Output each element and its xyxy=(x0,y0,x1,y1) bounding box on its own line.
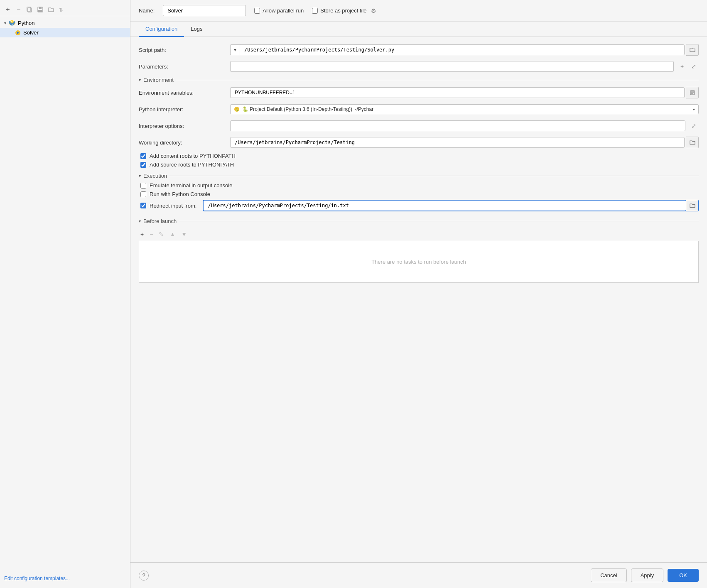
redirect-input-row: Redirect input from: xyxy=(139,200,699,211)
redirect-input-label: Redirect input from: xyxy=(150,203,196,209)
before-launch-down-btn[interactable]: ▼ xyxy=(179,230,189,238)
before-launch-section: ▾ Before launch + − ✎ ▲ ▼ There are no t… xyxy=(139,218,699,283)
interpreter-chevron-icon: ▾ xyxy=(693,107,695,112)
before-launch-remove-btn[interactable]: − xyxy=(148,230,155,238)
sort-icon[interactable]: ⇅ xyxy=(58,6,66,13)
environment-section-header: ▾ Environment xyxy=(139,77,699,83)
top-bar: Name: Allow parallel run Store as projec… xyxy=(130,0,707,22)
script-path-input[interactable] xyxy=(240,44,685,55)
python-logo-icon xyxy=(9,20,15,26)
parameters-row: Parameters: + ⤢ xyxy=(139,60,699,73)
store-project-group: Store as project file ⚙ xyxy=(312,7,376,14)
environment-section-title: Environment xyxy=(143,77,174,83)
name-input[interactable] xyxy=(163,5,246,16)
add-content-roots-row: Add content roots to PYTHONPATH xyxy=(139,153,699,159)
env-variables-edit-icon[interactable] xyxy=(686,87,699,98)
interpreter-options-label: Interpreter options: xyxy=(139,123,230,129)
parameters-field: + ⤢ xyxy=(230,61,699,72)
store-project-label: Store as project file xyxy=(320,7,366,14)
parameters-input[interactable] xyxy=(230,61,674,72)
parameters-actions: + ⤢ xyxy=(677,61,699,71)
emulate-terminal-checkbox[interactable] xyxy=(140,183,146,189)
before-launch-edit-btn[interactable]: ✎ xyxy=(157,230,165,238)
interpreter-dropdown[interactable]: 🐍 🐍 Project Default (Python 3.6 (In-Dept… xyxy=(230,104,699,114)
script-path-dropdown-wrapper: ▾ xyxy=(230,44,685,55)
before-launch-title: Before launch xyxy=(143,218,177,224)
run-python-console-label: Run with Python Console xyxy=(150,191,210,197)
sidebar-item-solver[interactable]: Solver xyxy=(0,28,130,37)
sidebar-python-label: Python xyxy=(18,20,34,26)
store-project-checkbox[interactable] xyxy=(312,8,318,14)
before-launch-add-btn[interactable]: + xyxy=(139,230,145,238)
env-variables-input[interactable] xyxy=(230,87,685,98)
python-interpreter-label: Python interpreter: xyxy=(139,106,230,113)
apply-button[interactable]: Apply xyxy=(631,568,664,582)
cancel-button[interactable]: Cancel xyxy=(591,568,626,582)
interpreter-python-icon: 🐍 xyxy=(234,106,240,112)
redirect-input-field-wrapper xyxy=(203,200,699,211)
allow-parallel-group: Allow parallel run xyxy=(254,7,304,14)
bottom-bar: ? Cancel Apply OK xyxy=(130,562,707,588)
no-tasks-text: There are no tasks to run before launch xyxy=(371,259,466,265)
help-button[interactable]: ? xyxy=(139,571,149,581)
add-content-roots-checkbox[interactable] xyxy=(140,153,146,159)
tab-logs[interactable]: Logs xyxy=(184,22,209,37)
copy-icon[interactable] xyxy=(26,6,33,13)
execution-section-title: Execution xyxy=(143,173,167,179)
config-content: Script path: ▾ Parameters: xyxy=(130,37,707,562)
emulate-terminal-row: Emulate terminal in output console xyxy=(139,182,699,189)
svg-text:🐍: 🐍 xyxy=(236,108,239,112)
python-interpreter-row: Python interpreter: 🐍 🐍 Project Default … xyxy=(139,103,699,115)
working-directory-row: Working directory: xyxy=(139,136,699,149)
parameters-add-btn[interactable]: + xyxy=(677,61,687,71)
sidebar-toolbar: + − ⇅ xyxy=(0,3,130,16)
before-launch-up-btn[interactable]: ▲ xyxy=(168,230,177,238)
svg-text:⇅: ⇅ xyxy=(59,7,63,13)
before-launch-header: ▾ Before launch xyxy=(139,218,699,224)
svg-rect-3 xyxy=(39,7,42,9)
script-path-folder-icon[interactable] xyxy=(686,44,699,56)
run-python-console-row: Run with Python Console xyxy=(139,191,699,197)
gear-icon[interactable]: ⚙ xyxy=(371,7,376,14)
execution-collapse-icon[interactable]: ▾ xyxy=(139,174,141,178)
working-directory-field xyxy=(230,137,699,148)
redirect-input-field[interactable] xyxy=(203,200,686,211)
add-source-roots-row: Add source roots to PYTHONPATH xyxy=(139,162,699,168)
interpreter-options-row: Interpreter options: ⤢ xyxy=(139,120,699,132)
sidebar-item-python[interactable]: ▾ Python xyxy=(0,18,130,28)
redirect-input-folder-icon[interactable] xyxy=(686,200,699,211)
script-path-label: Script path: xyxy=(139,47,230,53)
edit-configuration-templates-link[interactable]: Edit configuration templates... xyxy=(0,572,130,585)
script-path-dropdown-btn[interactable]: ▾ xyxy=(230,44,240,55)
add-icon[interactable]: + xyxy=(4,6,12,13)
before-launch-toolbar: + − ✎ ▲ ▼ xyxy=(139,228,699,241)
interpreter-options-field: ⤢ xyxy=(230,120,699,131)
sidebar-solver-label: Solver xyxy=(23,29,39,36)
allow-parallel-checkbox[interactable] xyxy=(254,8,260,14)
working-directory-folder-icon[interactable] xyxy=(686,137,699,148)
parameters-expand-btn[interactable]: ⤢ xyxy=(689,61,699,71)
tab-configuration[interactable]: Configuration xyxy=(139,22,184,37)
interpreter-options-expand-btn[interactable]: ⤢ xyxy=(689,121,699,131)
save-icon[interactable] xyxy=(37,6,44,13)
before-launch-collapse-icon[interactable]: ▾ xyxy=(139,219,141,223)
name-label: Name: xyxy=(139,7,155,14)
interpreter-options-actions: ⤢ xyxy=(689,121,699,131)
add-source-roots-label: Add source roots to PYTHONPATH xyxy=(150,162,234,168)
script-path-field: ▾ xyxy=(230,44,699,56)
run-python-console-checkbox[interactable] xyxy=(140,191,146,197)
folder-icon[interactable] xyxy=(47,6,55,13)
chevron-down-icon: ▾ xyxy=(4,21,6,25)
interpreter-options-input[interactable] xyxy=(230,120,685,131)
tabs-bar: Configuration Logs xyxy=(130,22,707,37)
environment-collapse-icon[interactable]: ▾ xyxy=(139,78,141,82)
redirect-input-checkbox[interactable] xyxy=(140,203,146,208)
remove-icon[interactable]: − xyxy=(15,6,22,13)
python-interpreter-field: 🐍 🐍 Project Default (Python 3.6 (In-Dept… xyxy=(230,104,699,114)
sidebar-tree: ▾ Python Solver xyxy=(0,16,130,572)
ok-button[interactable]: OK xyxy=(668,569,699,582)
working-directory-input[interactable] xyxy=(230,137,685,148)
add-source-roots-checkbox[interactable] xyxy=(140,162,146,168)
allow-parallel-label: Allow parallel run xyxy=(263,7,304,14)
env-variables-label: Environment variables: xyxy=(139,90,230,96)
